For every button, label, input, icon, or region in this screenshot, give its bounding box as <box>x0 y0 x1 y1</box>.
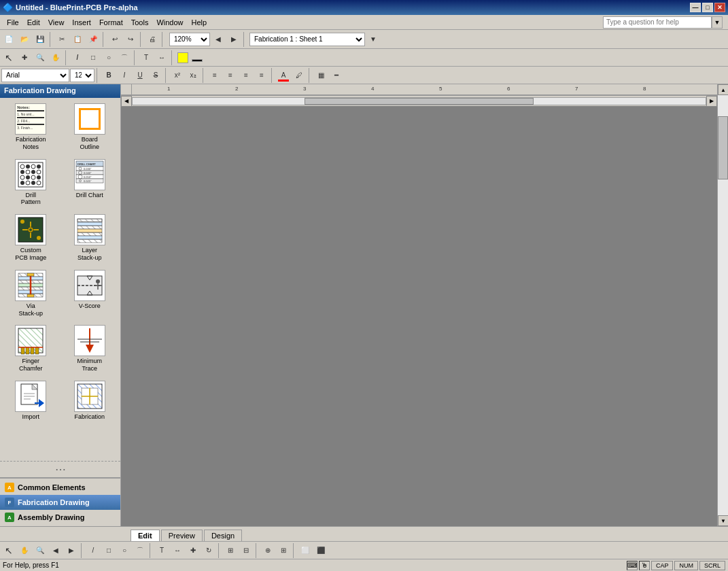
bt-rotate[interactable]: ↻ <box>201 543 216 558</box>
panel-scroll[interactable]: Notes: 1. No sml... 2. FR4... 3. Finish.… <box>0 98 120 461</box>
sheet-select[interactable]: Fabrication 1 : Sheet 1 <box>249 33 365 46</box>
undo-button[interactable]: ↩ <box>107 32 122 47</box>
nav-common-elements[interactable]: A Common Elements <box>0 480 120 495</box>
bt-arc[interactable]: ⌒ <box>133 543 148 558</box>
pan-tool[interactable]: ✋ <box>48 50 63 65</box>
bt-grid[interactable]: ⊞ <box>276 543 291 558</box>
highlight-button[interactable]: 🖊 <box>292 68 307 83</box>
panel-item-board-outline[interactable]: BoardOutline <box>62 101 118 154</box>
menu-tools[interactable]: Tools <box>127 17 153 28</box>
panel-item-vscore[interactable]: V-Score <box>62 267 118 320</box>
bt-group[interactable]: ⊞ <box>223 543 238 558</box>
sheet-dropdown-button[interactable]: ▼ <box>366 32 381 47</box>
font-select[interactable]: Arial <box>1 69 69 82</box>
menu-edit[interactable]: Edit <box>23 17 44 28</box>
bt-circle[interactable]: ○ <box>117 543 132 558</box>
superscript-button[interactable]: x² <box>170 68 185 83</box>
align-center-button[interactable]: ≡ <box>223 68 238 83</box>
cut-button[interactable]: ✂ <box>54 32 69 47</box>
vertical-scrollbar[interactable]: ▲ ▼ <box>717 84 728 526</box>
text-color-button[interactable]: A <box>276 68 291 83</box>
bt-pcb2[interactable]: ⬛ <box>313 543 328 558</box>
bt-prev[interactable]: ◀ <box>48 543 63 558</box>
menu-help[interactable]: Help <box>188 17 211 28</box>
minimize-button[interactable]: — <box>690 3 701 12</box>
hscroll-thumb[interactable] <box>305 98 534 105</box>
bt-pcb1[interactable]: ⬜ <box>298 543 313 558</box>
tab-edit[interactable]: Edit <box>131 530 160 541</box>
tab-preview[interactable]: Preview <box>161 530 203 541</box>
italic-button[interactable]: I <box>117 68 132 83</box>
line-style-button[interactable]: ━ <box>329 68 344 83</box>
panel-item-custom-pcb[interactable]: CustomPCB Image <box>3 211 59 264</box>
move-tool[interactable]: ✚ <box>17 50 32 65</box>
zoom-in-button[interactable]: ▶ <box>226 32 241 47</box>
horizontal-scrollbar[interactable]: ◀ ▶ <box>121 95 717 106</box>
bt-dim[interactable]: ↔ <box>170 543 185 558</box>
save-button[interactable]: 💾 <box>33 32 48 47</box>
panel-item-via-stackup[interactable]: ViaStack-up <box>3 267 59 320</box>
line-color[interactable] <box>192 59 203 62</box>
border-button[interactable]: ▦ <box>313 68 328 83</box>
open-button[interactable]: 📂 <box>17 32 32 47</box>
panel-item-fab-notes[interactable]: Notes: 1. No sml... 2. FR4... 3. Finish.… <box>3 101 59 154</box>
strikethrough-button[interactable]: S <box>148 68 163 83</box>
paste-button[interactable]: 📌 <box>86 32 101 47</box>
bt-line[interactable]: / <box>86 543 101 558</box>
vscroll-down-button[interactable]: ▼ <box>718 515 728 526</box>
zoom-fit[interactable]: 🔍 <box>33 50 48 65</box>
line-tool[interactable]: / <box>70 50 85 65</box>
help-dropdown-button[interactable]: ▼ <box>712 16 723 29</box>
text-tool[interactable]: T <box>139 50 154 65</box>
panel-item-fabrication[interactable]: Fabrication <box>62 378 118 423</box>
subscript-button[interactable]: x₂ <box>186 68 201 83</box>
copy-button[interactable]: 📋 <box>70 32 85 47</box>
panel-item-layer-stackup[interactable]: LayerStack-up <box>62 211 118 264</box>
nav-fabrication-drawing[interactable]: F Fabrication Drawing <box>0 495 120 510</box>
hscroll-track[interactable] <box>132 97 706 105</box>
underline-button[interactable]: U <box>133 68 148 83</box>
menu-view[interactable]: View <box>44 17 69 28</box>
tab-design[interactable]: Design <box>204 530 242 541</box>
maximize-button[interactable]: □ <box>702 3 713 12</box>
panel-item-drill-chart[interactable]: DRILL CHART 0.030" 0.040" 0.050" <box>62 156 118 209</box>
arc-tool[interactable]: ⌒ <box>117 50 132 65</box>
print-button[interactable]: 🖨 <box>145 32 160 47</box>
hscroll-right-button[interactable]: ▶ <box>706 96 717 107</box>
menu-format[interactable]: Format <box>95 17 127 28</box>
font-size-select[interactable]: 12 10 14 16 <box>70 69 94 82</box>
close-button[interactable]: ✕ <box>714 3 725 12</box>
bt-next[interactable]: ▶ <box>64 543 79 558</box>
panel-item-import[interactable]: Import <box>3 378 59 423</box>
bt-text[interactable]: T <box>154 543 169 558</box>
panel-item-finger-chamfer[interactable]: FingerChamfer <box>3 322 59 375</box>
fill-color[interactable] <box>177 52 188 63</box>
panel-scroll-down[interactable]: ⋯ <box>55 463 66 476</box>
vscroll-up-button[interactable]: ▲ <box>718 84 728 95</box>
bt-rect[interactable]: □ <box>101 543 116 558</box>
bt-move[interactable]: ✚ <box>186 543 201 558</box>
redo-button[interactable]: ↪ <box>123 32 138 47</box>
bold-button[interactable]: B <box>101 68 116 83</box>
vscroll-thumb[interactable] <box>718 116 728 179</box>
zoom-select[interactable]: 120% 100% 75% 50% <box>169 33 210 46</box>
menu-insert[interactable]: Insert <box>68 17 95 28</box>
dimension-tool[interactable]: ↔ <box>154 50 169 65</box>
bt-ungroup[interactable]: ⊟ <box>239 543 254 558</box>
menu-window[interactable]: Window <box>152 17 187 28</box>
circle-tool[interactable]: ○ <box>101 50 116 65</box>
bt-zoom-rect[interactable]: 🔍 <box>33 543 48 558</box>
vscroll-track[interactable] <box>718 95 728 515</box>
help-search-input[interactable] <box>603 16 712 29</box>
hscroll-left-button[interactable]: ◀ <box>121 96 132 107</box>
bt-snap[interactable]: ⊕ <box>260 543 275 558</box>
align-justify-button[interactable]: ≡ <box>254 68 269 83</box>
align-left-button[interactable]: ≡ <box>207 68 222 83</box>
select-tool[interactable]: ↖ <box>1 50 16 65</box>
align-right-button[interactable]: ≡ <box>239 68 254 83</box>
panel-item-min-trace[interactable]: MinimumTrace <box>62 322 118 375</box>
zoom-out-button[interactable]: ◀ <box>211 32 226 47</box>
bt-pan[interactable]: ✋ <box>17 543 32 558</box>
new-button[interactable]: 📄 <box>1 32 16 47</box>
panel-item-drill-pattern[interactable]: DrillPattern <box>3 156 59 209</box>
